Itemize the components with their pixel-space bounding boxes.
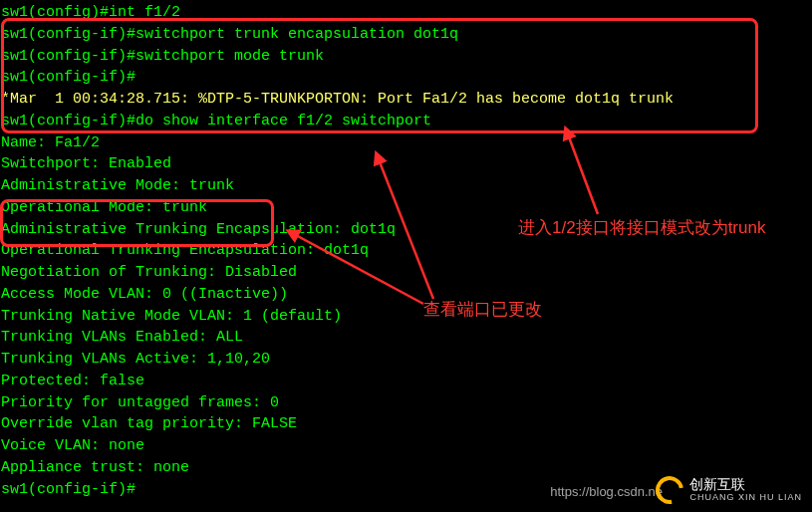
terminal-line: Voice VLAN: none [1,435,811,457]
terminal-line: sw1(config)#int f1/2 [1,2,811,24]
annotation-enter-interface: 进入1/2接口将接口模式改为trunk [518,215,777,241]
terminal-line: sw1(config-if)#switchport trunk encapsul… [1,24,811,46]
logo-ring-icon [651,471,689,510]
terminal-output: sw1(config)#int f1/2sw1(config-if)#switc… [0,0,812,502]
terminal-line: sw1(config-if)#switchport mode trunk [1,46,811,68]
terminal-line: Trunking VLANs Active: 1,10,20 [1,349,811,371]
terminal-line: Protected: false [1,371,811,392]
watermark-brand: 创新互联 [689,477,802,492]
terminal-line: sw1(config-if)#do show interface f1/2 sw… [1,111,811,132]
terminal-line: Administrative Mode: trunk [1,175,811,197]
terminal-line: Negotiation of Trunking: Disabled [1,262,811,284]
terminal-line: Access Mode VLAN: 0 ((Inactive)) [1,284,811,306]
terminal-line: Trunking Native Mode VLAN: 1 (default) [1,306,811,328]
terminal-line: Name: Fa1/2 [1,132,811,154]
terminal-line: Trunking VLANs Enabled: ALL [1,327,811,349]
watermark-url: https://blog.csdn.ne [550,483,663,502]
annotation-view-port: 查看端口已更改 [423,297,542,323]
terminal-line: Operational Trunking Encapsulation: dot1… [1,240,811,262]
watermark-brand-sub: CHUANG XIN HU LIAN [689,493,802,503]
watermark-logo: 创新互联 CHUANG XIN HU LIAN [656,476,802,504]
terminal-line: Priority for untagged frames: 0 [1,392,811,414]
terminal-line: Switchport: Enabled [1,153,811,175]
terminal-line: *Mar 1 00:34:28.715: %DTP-5-TRUNKPORTON:… [1,89,811,111]
terminal-line: Override vlan tag priority: FALSE [1,413,811,435]
terminal-line: sw1(config-if)# [1,67,811,89]
